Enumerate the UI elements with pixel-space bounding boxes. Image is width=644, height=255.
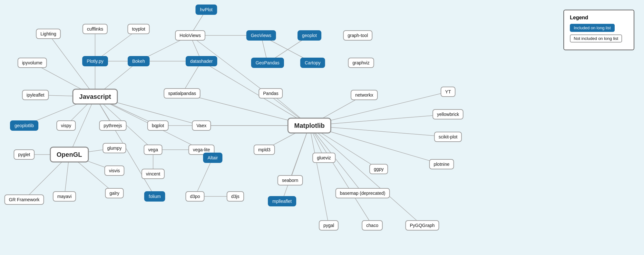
svg-line-47	[309, 126, 329, 225]
node-scikit_plot: scikit-plot	[434, 132, 462, 142]
node-vincent: vincent	[141, 169, 165, 179]
node-pyglet: pyglet	[14, 149, 34, 160]
svg-line-30	[190, 35, 309, 126]
node-spatialpandas: spatialpandas	[164, 88, 200, 99]
node-vispy: vispy	[56, 120, 76, 131]
node-networkx: networkx	[351, 90, 378, 100]
node-toyplot: toyplot	[127, 24, 150, 34]
node-pythreejs: pythreejs	[99, 120, 127, 131]
node-vega: vega	[144, 145, 162, 155]
svg-line-31	[201, 61, 309, 126]
node-GR_Framework: GR Framework	[5, 194, 44, 205]
node-d3po: d3po	[185, 191, 204, 202]
node-mayavi: mayavi	[53, 191, 76, 202]
node-Javascript: Javascript	[73, 89, 118, 105]
node-chaco: chaco	[362, 220, 383, 231]
node-folium: folium	[144, 191, 165, 202]
node-hvPlot: hvPlot	[196, 5, 217, 15]
svg-line-48	[309, 126, 372, 225]
node-YT: YT	[441, 87, 455, 97]
node-OpenGL: OpenGL	[50, 147, 89, 163]
svg-line-49	[309, 126, 422, 225]
node-graphviz: graphviz	[348, 58, 374, 68]
node-bqplot: bqplot	[147, 120, 169, 131]
svg-line-39	[282, 126, 309, 201]
node-visvis: visvis	[104, 165, 124, 176]
node-basemap: basemap (deprecated)	[336, 188, 390, 198]
node-HoloViews: HoloViews	[175, 30, 205, 41]
node-Lighting: Lighting	[36, 29, 61, 39]
node-galry: galry	[105, 188, 124, 198]
node-pygal: pygal	[319, 220, 338, 231]
legend-included-box: Included on long list	[570, 24, 615, 32]
legend-item-included: Included on long list	[570, 24, 628, 32]
node-d3js: d3js	[227, 191, 244, 202]
legend: Legend Included on long list Not include…	[563, 10, 634, 50]
node-cufflinks: cufflinks	[83, 24, 108, 34]
node-Bokeh: Bokeh	[128, 56, 150, 66]
node-ipyvolume: ipyvolume	[17, 58, 47, 68]
node-ggpy: ggpy	[369, 164, 388, 174]
node-glumpy: glumpy	[102, 143, 126, 153]
node-GeoPandas: GeoPandas	[251, 58, 284, 68]
node-Altair: Altair	[203, 153, 222, 163]
node-plotnine: plotnine	[429, 159, 454, 169]
node-ipyleaflet: ipyleaflet	[22, 90, 49, 100]
node-Vaex: Vaex	[192, 120, 211, 131]
node-GeoViews: GeoViews	[246, 30, 276, 41]
node-Matplotlib: Matplotlib	[288, 118, 331, 134]
node-seaborn: seaborn	[278, 175, 303, 185]
node-glueviz: glueviz	[312, 153, 336, 163]
svg-line-38	[290, 126, 309, 180]
legend-title: Legend	[570, 15, 628, 21]
legend-not-included-box: Not included on long list	[570, 34, 622, 42]
node-mpld3: mpld3	[254, 145, 275, 155]
node-yellowbrick: yellowbrick	[433, 109, 463, 119]
node-geoplot: geoplot	[298, 30, 321, 41]
svg-line-28	[195, 158, 213, 196]
node-Cartopy: Cartopy	[300, 58, 325, 68]
node-Pandas: Pandas	[259, 88, 283, 99]
node-PyGQGraph: PyGQGraph	[405, 220, 439, 231]
node-mplleaflet: mplleaflet	[268, 196, 296, 206]
node-geoplotlib: geoplotlib	[10, 120, 38, 131]
node-datashader: datashader	[186, 56, 217, 66]
node-Plotly_py: Plotly.py	[82, 56, 108, 66]
legend-item-not-included: Not included on long list	[570, 34, 628, 42]
node-graph_tool: graph-tool	[343, 30, 372, 41]
